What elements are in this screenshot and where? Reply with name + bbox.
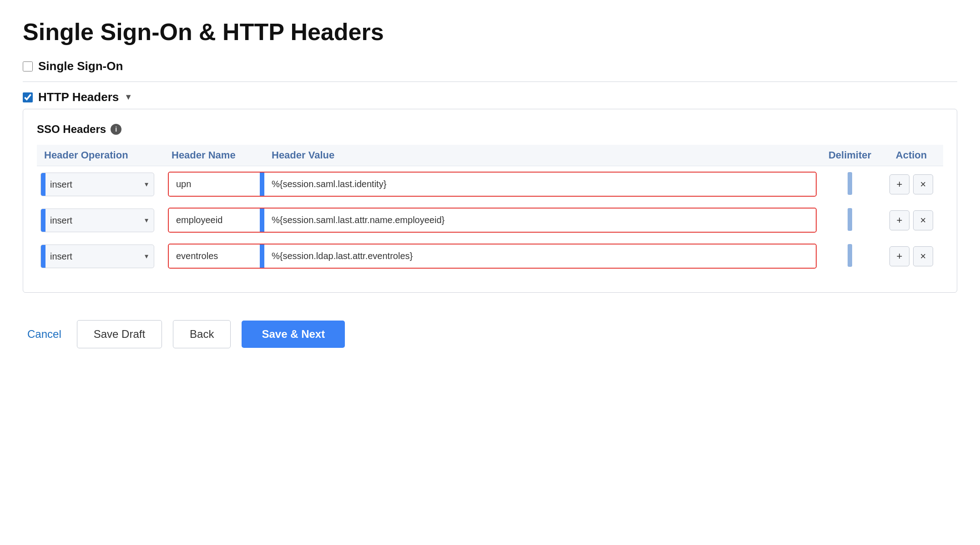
operation-select-wrapper: insertreplaceremove ▾ [40,209,154,232]
sso-label[interactable]: Single Sign-On [38,59,123,73]
header-name-input[interactable] [169,244,260,268]
header-name-input[interactable] [169,209,260,232]
sso-headers-title: SSO Headers i [37,123,943,136]
operation-cell: insertreplaceremove ▾ [37,238,164,274]
http-headers-dropdown-arrow[interactable]: ▼ [124,92,132,102]
select-blue-bar [41,173,45,196]
col-header-operation: Header Operation [37,145,164,166]
row-fields [168,244,817,269]
col-header-name: Header Name [164,145,264,166]
delimiter-cell [820,166,879,203]
remove-row-button[interactable]: × [913,210,933,230]
delimiter-cell [820,238,879,274]
remove-row-button[interactable]: × [913,246,933,266]
chevron-down-icon: ▾ [139,216,154,224]
operation-cell: insertreplaceremove ▾ [37,202,164,238]
header-name-input[interactable] [169,173,260,196]
delimiter-cell [820,202,879,238]
sso-headers-table: Header Operation Header Name Header Valu… [37,145,943,274]
table-row: insertreplaceremove ▾ + × [37,238,943,274]
select-blue-bar [41,245,45,268]
col-header-value: Header Value [264,145,820,166]
name-value-cell [164,238,820,274]
action-cell: + × [879,202,943,238]
operation-select-wrapper: insertreplaceremove ▾ [40,173,154,196]
delimiter-bar [848,244,852,267]
field-divider [260,209,264,232]
col-header-action: Action [879,145,943,166]
delimiter-bar [848,208,852,231]
add-row-button[interactable]: + [889,174,909,194]
col-header-delimiter: Delimiter [820,145,879,166]
http-headers-checkbox[interactable] [23,92,33,102]
operation-select[interactable]: insertreplaceremove [45,173,139,196]
sso-headers-label: SSO Headers [37,123,106,136]
footer-buttons: Cancel Save Draft Back Save & Next [23,320,957,348]
action-buttons: + × [883,210,940,230]
header-value-input[interactable] [264,173,816,196]
cancel-button[interactable]: Cancel [23,328,66,341]
chevron-down-icon: ▾ [139,180,154,188]
http-box: SSO Headers i Header Operation Header Na… [23,109,957,293]
save-draft-button[interactable]: Save Draft [77,320,162,348]
action-buttons: + × [883,246,940,266]
save-next-button[interactable]: Save & Next [242,321,345,348]
remove-row-button[interactable]: × [913,174,933,194]
http-headers-label[interactable]: HTTP Headers [38,90,119,104]
action-cell: + × [879,238,943,274]
row-fields [168,208,817,233]
header-value-input[interactable] [264,209,816,232]
header-value-input[interactable] [264,244,816,268]
page-title: Single Sign-On & HTTP Headers [23,18,957,46]
operation-cell: insertreplaceremove ▾ [37,166,164,203]
operation-select[interactable]: insertreplaceremove [45,245,139,268]
action-cell: + × [879,166,943,203]
add-row-button[interactable]: + [889,210,909,230]
section-divider [23,81,957,82]
field-divider [260,173,264,196]
select-blue-bar [41,209,45,232]
info-icon[interactable]: i [111,124,121,135]
table-header: Header Operation Header Name Header Valu… [37,145,943,166]
sso-checkbox[interactable] [23,61,33,71]
delimiter-bar [848,172,852,195]
name-value-cell [164,166,820,203]
http-headers-row: HTTP Headers ▼ [23,90,957,104]
table-body: insertreplaceremove ▾ + × insertreplacer… [37,166,943,275]
chevron-down-icon: ▾ [139,252,154,260]
add-row-button[interactable]: + [889,246,909,266]
back-button[interactable]: Back [173,320,231,348]
sso-section: Single Sign-On [23,59,957,73]
http-headers-section: HTTP Headers ▼ SSO Headers i Header Oper… [23,90,957,293]
operation-select-wrapper: insertreplaceremove ▾ [40,244,154,268]
table-row: insertreplaceremove ▾ + × [37,202,943,238]
name-value-cell [164,202,820,238]
action-buttons: + × [883,174,940,194]
table-row: insertreplaceremove ▾ + × [37,166,943,203]
row-fields [168,172,817,197]
field-divider [260,244,264,268]
operation-select[interactable]: insertreplaceremove [45,209,139,232]
